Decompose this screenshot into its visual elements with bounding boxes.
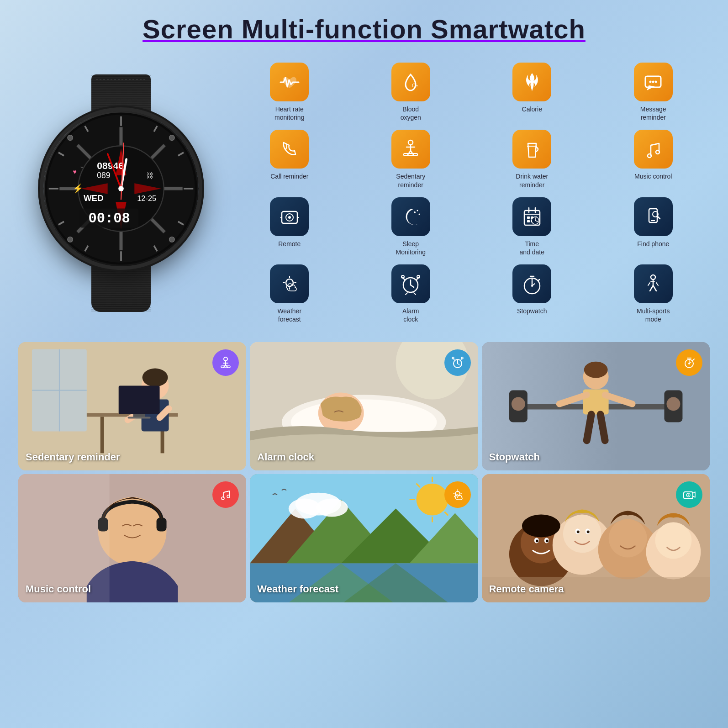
svg-text:♥: ♥	[73, 168, 76, 175]
remote-camera-badge	[676, 481, 702, 508]
features-grid: Heart ratemonitoring O₂ Bloodoxygen Calo…	[233, 58, 710, 328]
svg-text:12-25: 12-25	[137, 194, 156, 202]
remote-label: Remote	[278, 240, 301, 248]
sedentary-icon	[391, 130, 430, 169]
weather-forecast-card: Weather forecast	[250, 474, 478, 602]
feature-stopwatch: Stopwatch	[475, 264, 589, 323]
feature-music: Music control	[597, 130, 710, 189]
svg-point-57	[656, 150, 659, 154]
svg-point-64	[417, 210, 418, 211]
svg-text:⚡: ⚡	[73, 183, 84, 194]
svg-point-204	[688, 494, 689, 496]
alarm-label: Alarmclock	[402, 307, 419, 323]
svg-point-198	[576, 530, 579, 533]
svg-point-48	[118, 186, 124, 191]
svg-text:WED: WED	[84, 193, 104, 203]
svg-point-44	[169, 237, 175, 242]
calorie-icon	[512, 63, 551, 101]
svg-rect-120	[221, 366, 230, 368]
sleep-label: SleepMonitoring	[396, 240, 426, 256]
calorie-label: Calorie	[522, 105, 542, 113]
svg-rect-73	[527, 220, 530, 222]
svg-line-128	[458, 364, 459, 365]
svg-point-51	[649, 80, 652, 83]
blood-oxygen-icon: O₂	[391, 63, 430, 101]
svg-rect-55	[404, 153, 417, 156]
sedentary-card: Sedentary reminder	[18, 342, 246, 470]
alarm-card-label: Alarm clock	[257, 451, 314, 463]
svg-line-151	[693, 359, 694, 360]
feature-weather: Weatherforecast	[233, 264, 346, 323]
page-header: Screen Multi-function Smartwatch	[0, 0, 728, 49]
svg-point-103	[651, 275, 655, 280]
music-label: Music control	[634, 172, 672, 180]
sedentary-badge	[212, 349, 239, 376]
svg-point-159	[227, 495, 230, 498]
feature-call: Call reminder	[233, 130, 346, 189]
svg-point-41	[68, 135, 73, 141]
heart-rate-label: Heart ratemonitoring	[274, 105, 304, 121]
svg-point-63	[414, 211, 416, 213]
feature-sedentary: Sedentaryreminder	[354, 130, 468, 189]
feature-sleep: SleepMonitoring	[354, 197, 468, 256]
watch-container: ♥ ~ 08946 089 WED 12-25 ⛓ ⚡ 00:08	[18, 58, 224, 328]
svg-text:089: 089	[97, 170, 110, 179]
remote-camera-card: Remote camera	[482, 474, 710, 602]
drink-water-icon	[512, 130, 551, 169]
feature-blood-oxygen: O₂ Bloodoxygen	[354, 63, 468, 121]
stopwatch-label: Stopwatch	[517, 307, 547, 315]
svg-point-132	[461, 357, 463, 359]
svg-line-89	[411, 285, 414, 287]
svg-text:O₂: O₂	[412, 83, 418, 88]
message-icon	[634, 63, 673, 101]
bottom-section: Sedentary reminder	[0, 338, 728, 621]
find-phone-icon	[634, 197, 673, 236]
svg-point-54	[408, 140, 413, 145]
call-icon	[270, 130, 309, 169]
svg-point-196	[545, 539, 548, 542]
sports-icon	[634, 264, 673, 303]
svg-point-145	[512, 397, 525, 411]
watch-case: ♥ ~ 08946 089 WED 12-25 ⛓ ⚡ 00:08	[43, 111, 199, 266]
svg-rect-115	[128, 417, 151, 418]
music-card-label: Music control	[26, 583, 91, 595]
svg-point-102	[531, 285, 533, 287]
weather-card-label: Weather forecast	[257, 583, 338, 595]
stopwatch-badge	[676, 349, 702, 376]
svg-rect-70	[527, 216, 530, 219]
svg-text:⛓: ⛓	[146, 171, 153, 179]
call-label: Call reminder	[270, 172, 308, 180]
weather-badge	[444, 481, 471, 508]
feature-alarm: Alarmclock	[354, 264, 468, 323]
weather-icon	[270, 264, 309, 303]
alarm-icon	[391, 264, 430, 303]
sedentary-label: Sedentaryreminder	[396, 172, 425, 189]
blood-oxygen-label: Bloodoxygen	[401, 105, 421, 121]
svg-point-53	[655, 80, 657, 83]
top-section: ♥ ~ 08946 089 WED 12-25 ⛓ ⚡ 00:08	[0, 49, 728, 338]
svg-line-143	[600, 414, 605, 440]
music-card: Music control	[18, 474, 246, 602]
time-date-icon	[512, 197, 551, 236]
alarm-clock-card: Alarm clock	[250, 342, 478, 470]
svg-point-192	[522, 514, 560, 537]
alarm-badge	[444, 349, 471, 376]
svg-point-158	[222, 497, 224, 500]
remote-camera-card-label: Remote camera	[489, 583, 564, 595]
svg-line-101	[538, 280, 539, 281]
svg-point-191	[655, 522, 691, 559]
svg-point-152	[688, 363, 690, 364]
feature-remote: Remote	[233, 197, 346, 256]
feature-drink-water: Drink waterreminder	[475, 130, 589, 189]
svg-point-60	[288, 216, 291, 219]
stopwatch-card-label: Stopwatch	[489, 451, 540, 463]
svg-point-52	[652, 80, 654, 83]
svg-point-194	[536, 539, 538, 542]
stopwatch-card: Stopwatch	[482, 342, 710, 470]
svg-line-95	[414, 293, 416, 295]
svg-text:~: ~	[80, 164, 83, 169]
svg-point-176	[289, 498, 321, 518]
svg-point-56	[648, 154, 651, 158]
music-icon	[634, 130, 673, 169]
svg-point-177	[316, 498, 348, 517]
